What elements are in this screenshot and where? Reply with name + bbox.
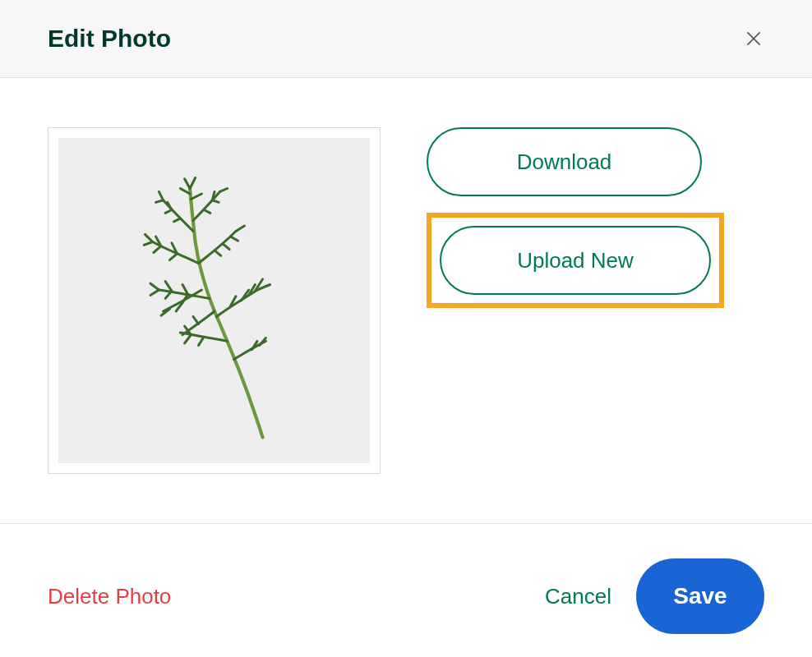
close-icon[interactable] <box>743 28 764 49</box>
save-button[interactable]: Save <box>636 558 764 634</box>
modal-footer: Delete Photo Cancel Save <box>0 523 812 657</box>
modal-header: Edit Photo <box>0 0 812 78</box>
photo-preview-frame <box>48 127 381 474</box>
upload-new-button[interactable]: Upload New <box>440 226 711 295</box>
plant-sprig-image <box>108 161 321 440</box>
modal-body: Download Upload New <box>0 78 812 523</box>
delete-photo-link[interactable]: Delete Photo <box>48 584 171 609</box>
upload-highlight-frame: Upload New <box>427 213 724 308</box>
cancel-button[interactable]: Cancel <box>545 584 611 609</box>
footer-actions: Cancel Save <box>545 558 764 634</box>
photo-actions: Download Upload New <box>427 127 724 308</box>
download-button[interactable]: Download <box>427 127 702 196</box>
modal-title: Edit Photo <box>48 25 171 53</box>
photo-preview <box>58 138 370 463</box>
